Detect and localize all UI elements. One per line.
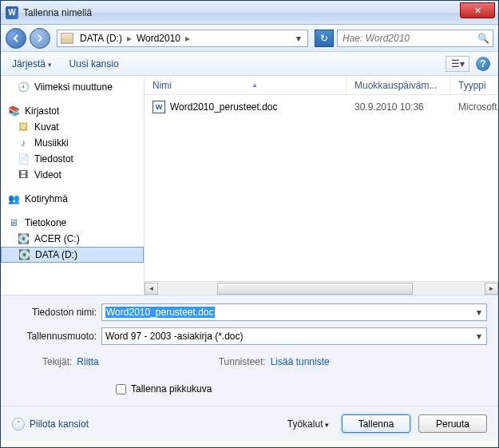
computer-icon: 🖥	[7, 216, 20, 229]
sidebar-item-label: Kotiryhmä	[25, 193, 68, 204]
scroll-thumb[interactable]	[217, 283, 413, 295]
navigation-bar: DATA (D:) ▸ Word2010 ▸ ▾ ↻ 🔍	[1, 25, 498, 52]
music-icon: ♪	[17, 137, 30, 149]
save-thumbnail-label[interactable]: Tallenna pikkukuva	[131, 383, 212, 394]
sidebar-item-label: Tiedostot	[34, 153, 73, 165]
horizontal-scrollbar[interactable]: ◄ ►	[145, 281, 498, 295]
drive-icon	[61, 33, 73, 44]
window-title: Tallenna nimellä	[23, 7, 92, 18]
cancel-button[interactable]: Peruuta	[418, 414, 487, 433]
file-date: 30.9.2010 10:36	[347, 101, 450, 113]
tags-value[interactable]: Lisää tunniste	[271, 356, 330, 367]
recent-icon: 🕘	[17, 81, 30, 93]
filename-dropdown-icon[interactable]: ▾	[475, 307, 483, 318]
file-list[interactable]: WWord2010_perusteet.doc 30.9.2010 10:36 …	[145, 95, 498, 281]
toolbar: Järjestä Uusi kansio ☰▾ ?	[1, 52, 498, 76]
videos-icon: 🎞	[17, 168, 30, 181]
column-type[interactable]: Tyyppi	[450, 76, 498, 94]
sidebar-item-libraries[interactable]: ▵📚Kirjastot	[1, 103, 144, 119]
close-button[interactable]: ✕	[460, 2, 495, 18]
sort-ascending-icon: ▲	[251, 81, 258, 89]
sidebar-item-label: Videot	[34, 169, 61, 180]
help-button[interactable]: ?	[476, 57, 490, 71]
filename-input[interactable]: Word2010_perusteet.doc ▾	[101, 303, 487, 321]
sidebar-item-label: Kuvat	[34, 121, 59, 133]
address-dropdown-icon[interactable]: ▾	[293, 33, 304, 44]
sidebar-item-label: ACER (C:)	[34, 233, 80, 244]
sidebar-item-music[interactable]: ♪Musiikki	[1, 135, 144, 151]
sidebar-item-label: Viimeksi muuttune	[34, 81, 113, 93]
forward-button[interactable]	[30, 28, 50, 49]
scroll-right-icon[interactable]: ►	[485, 283, 498, 295]
chevron-right-icon: ▸	[184, 33, 192, 44]
filetype-dropdown-icon[interactable]: ▾	[475, 331, 483, 342]
save-options-panel: Tiedoston nimi: Word2010_perusteet.doc ▾…	[1, 295, 498, 406]
sidebar-item-recent[interactable]: 🕘Viimeksi muuttune	[1, 79, 144, 95]
authors-value[interactable]: Riitta	[77, 356, 98, 367]
filetype-label: Tallennusmuoto:	[12, 331, 101, 342]
sidebar-item-drive-c[interactable]: 💽ACER (C:)	[1, 231, 144, 247]
drive-icon: 💽	[18, 248, 30, 261]
tags-label: Tunnisteet:	[219, 356, 266, 367]
save-thumbnail-checkbox[interactable]	[116, 384, 126, 394]
view-mode-button[interactable]: ☰▾	[446, 56, 469, 72]
organize-menu[interactable]: Järjestä	[9, 57, 55, 71]
address-bar[interactable]: DATA (D:) ▸ Word2010 ▸ ▾	[57, 30, 308, 47]
chevron-up-icon: ˄	[12, 418, 25, 430]
filetype-value: Word 97 - 2003 -asiakirja (*.doc)	[105, 331, 244, 342]
save-as-dialog: W Tallenna nimellä ✕ DATA (D:) ▸ Word201…	[0, 0, 499, 448]
pictures-icon: 🖼	[17, 121, 30, 133]
file-name: Word2010_perusteet.doc	[170, 101, 278, 113]
scroll-left-icon[interactable]: ◄	[145, 283, 158, 295]
dialog-footer: ˄ Piilota kansiot Työkalut Tallenna Peru…	[1, 406, 498, 441]
tools-menu[interactable]: Työkalut	[283, 415, 334, 433]
breadcrumb-folder[interactable]: Word2010	[133, 33, 184, 44]
word-app-icon: W	[6, 6, 18, 19]
filetype-select[interactable]: Word 97 - 2003 -asiakirja (*.doc) ▾	[101, 327, 487, 345]
file-row[interactable]: WWord2010_perusteet.doc 30.9.2010 10:36 …	[145, 95, 498, 113]
sidebar-item-label: Musiikki	[34, 137, 69, 149]
sidebar-item-label: Tietokone	[25, 217, 66, 228]
navigation-sidebar[interactable]: 🕘Viimeksi muuttune ▵📚Kirjastot 🖼Kuvat ♪M…	[1, 76, 145, 295]
file-type: Microsoft	[450, 101, 498, 113]
homegroup-icon: 👥	[7, 192, 20, 205]
filename-value[interactable]: Word2010_perusteet.doc	[105, 307, 215, 318]
new-folder-button[interactable]: Uusi kansio	[66, 57, 122, 71]
sidebar-item-videos[interactable]: 🎞Videot	[1, 167, 144, 183]
search-input[interactable]	[338, 33, 477, 44]
column-date[interactable]: Muokkauspäiväm...	[347, 76, 450, 94]
hide-folders-label: Piilota kansiot	[30, 418, 89, 430]
chevron-right-icon: ▸	[125, 33, 133, 44]
refresh-button[interactable]: ↻	[315, 30, 334, 47]
documents-icon: 📄	[17, 153, 30, 165]
back-button[interactable]	[6, 28, 26, 49]
column-label: Nimi	[152, 80, 172, 91]
word-doc-icon: W	[152, 101, 165, 113]
sidebar-item-label: DATA (D:)	[35, 249, 77, 260]
sidebar-item-documents[interactable]: 📄Tiedostot	[1, 151, 144, 167]
save-button[interactable]: Tallenna	[342, 414, 410, 433]
sidebar-item-homegroup[interactable]: 👥Kotiryhmä	[1, 191, 144, 207]
hide-folders-toggle[interactable]: ˄ Piilota kansiot	[12, 418, 89, 430]
search-box[interactable]: 🔍	[337, 30, 493, 47]
file-list-pane: Nimi▲ Muokkauspäiväm... Tyyppi WWord2010…	[145, 76, 498, 295]
libraries-icon: 📚	[7, 105, 20, 117]
column-name[interactable]: Nimi▲	[145, 76, 347, 94]
filename-label: Tiedoston nimi:	[12, 307, 101, 318]
search-icon[interactable]: 🔍	[477, 33, 489, 44]
sidebar-item-pictures[interactable]: 🖼Kuvat	[1, 119, 144, 135]
column-headers: Nimi▲ Muokkauspäiväm... Tyyppi	[145, 76, 498, 95]
sidebar-item-label: Kirjastot	[25, 105, 59, 117]
titlebar[interactable]: W Tallenna nimellä ✕	[1, 1, 498, 25]
authors-label: Tekijät:	[42, 356, 72, 367]
sidebar-item-drive-d[interactable]: 💽DATA (D:)	[1, 247, 144, 263]
drive-icon: 💽	[17, 232, 30, 245]
sidebar-item-computer[interactable]: ▵🖥Tietokone	[1, 215, 144, 231]
breadcrumb-drive[interactable]: DATA (D:)	[77, 33, 125, 44]
